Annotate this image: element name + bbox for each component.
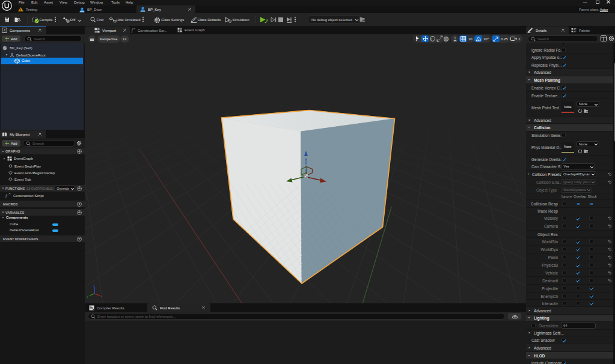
svg-text:f: f <box>132 28 133 33</box>
svg-text:x: x <box>100 294 102 298</box>
svg-text:y: y <box>87 294 88 298</box>
svg-text:z: z <box>93 284 95 287</box>
svg-text:f: f <box>5 193 8 199</box>
